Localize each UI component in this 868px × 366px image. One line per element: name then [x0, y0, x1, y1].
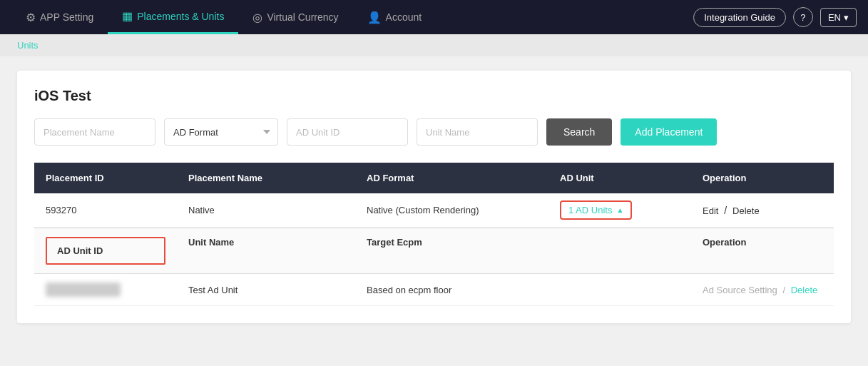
- sub-delete-link[interactable]: Delete: [791, 285, 818, 295]
- delete-link[interactable]: Delete: [732, 205, 760, 216]
- add-placement-button[interactable]: Add Placement: [621, 118, 717, 146]
- nav-app-setting[interactable]: ⚙ APP Setting: [11, 0, 108, 34]
- table-row: 593270 Native Native (Custom Rendering) …: [34, 193, 834, 228]
- content-area: iOS Test AD Format Search Add Placement …: [0, 56, 868, 365]
- app-setting-icon: ⚙: [26, 11, 36, 24]
- breadcrumb: Units: [0, 34, 868, 56]
- header-placement-id: Placement ID: [34, 163, 177, 193]
- nav-account[interactable]: 👤 Account: [353, 0, 436, 34]
- cell-ad-unit: 1 AD Units ▲: [548, 193, 691, 227]
- sub-cell-target-ecpm: Based on ecpm floor: [355, 276, 691, 304]
- nav-right-controls: Integration Guide ? EN ▾: [693, 7, 857, 27]
- sub-table-row: ●●●●●●●●● Test Ad Unit Based on ecpm flo…: [34, 274, 834, 306]
- search-button[interactable]: Search: [546, 118, 612, 146]
- op-separator: /: [724, 205, 730, 216]
- ad-units-badge[interactable]: 1 AD Units ▲: [560, 200, 632, 220]
- cell-operation: Edit / Delete: [691, 195, 834, 226]
- header-ad-unit: AD Unit: [548, 163, 691, 193]
- virtual-currency-icon: ◎: [252, 11, 262, 24]
- nav-virtual-currency[interactable]: ◎ Virtual Currency: [238, 0, 352, 34]
- card-title: iOS Test: [34, 88, 834, 104]
- main-card: iOS Test AD Format Search Add Placement …: [17, 71, 851, 323]
- nav-virtual-currency-label: Virtual Currency: [267, 11, 338, 23]
- sub-cell-unit-name: Test Ad Unit: [177, 276, 355, 304]
- sub-header-unit-name: Unit Name: [177, 228, 355, 273]
- account-icon: 👤: [367, 11, 382, 24]
- header-operation: Operation: [691, 163, 834, 193]
- nav-placements-units[interactable]: ▦ Placements & Units: [108, 0, 238, 34]
- ad-source-setting-link[interactable]: Ad Source Setting: [703, 285, 777, 295]
- chevron-down-icon: ▾: [844, 12, 849, 23]
- nav-account-label: Account: [386, 11, 422, 23]
- sub-table-header: AD Unit ID Unit Name Target Ecpm Operati…: [34, 228, 834, 274]
- ad-format-select[interactable]: AD Format: [164, 118, 278, 146]
- cell-ad-format: Native (Custom Rendering): [355, 195, 548, 225]
- top-navigation: ⚙ APP Setting ▦ Placements & Units ◎ Vir…: [0, 0, 868, 34]
- edit-link[interactable]: Edit: [703, 205, 718, 216]
- placement-name-input[interactable]: [34, 118, 155, 146]
- unit-name-input[interactable]: [417, 118, 538, 146]
- table-header-row: Placement ID Placement Name AD Format AD…: [34, 163, 834, 193]
- language-selector[interactable]: EN ▾: [820, 8, 857, 27]
- sub-cell-operation: Ad Source Setting / Delete: [691, 276, 834, 304]
- integration-guide-button[interactable]: Integration Guide: [693, 8, 786, 27]
- ad-unit-id-input[interactable]: [287, 118, 408, 146]
- sub-header-ad-unit-id: AD Unit ID: [46, 237, 165, 265]
- sub-cell-ad-unit-id: ●●●●●●●●●: [34, 274, 177, 305]
- sub-header-ad-unit-id-wrapper: AD Unit ID: [34, 228, 177, 273]
- sub-op-separator: /: [782, 285, 787, 295]
- help-button[interactable]: ?: [793, 7, 813, 27]
- nav-placements-units-label: Placements & Units: [137, 11, 224, 22]
- cell-placement-id: 593270: [34, 195, 177, 225]
- lang-label: EN: [828, 12, 841, 23]
- breadcrumb-text: Units: [17, 40, 39, 51]
- cell-placement-name: Native: [177, 195, 355, 225]
- ad-unit-count: 1 AD Units: [568, 205, 612, 215]
- sub-table: AD Unit ID Unit Name Target Ecpm Operati…: [34, 228, 834, 306]
- sub-header-operation: Operation: [691, 228, 834, 273]
- header-placement-name: Placement Name: [177, 163, 355, 193]
- nav-app-setting-label: APP Setting: [40, 11, 93, 23]
- ad-unit-expand-icon: ▲: [616, 206, 623, 214]
- header-ad-format: AD Format: [355, 163, 548, 193]
- sub-header-target-ecpm: Target Ecpm: [355, 228, 691, 273]
- filter-row: AD Format Search Add Placement: [34, 118, 834, 146]
- ad-unit-id-blurred: ●●●●●●●●●: [46, 283, 121, 297]
- placements-units-icon: ▦: [122, 9, 133, 23]
- placements-table: Placement ID Placement Name AD Format AD…: [34, 163, 834, 306]
